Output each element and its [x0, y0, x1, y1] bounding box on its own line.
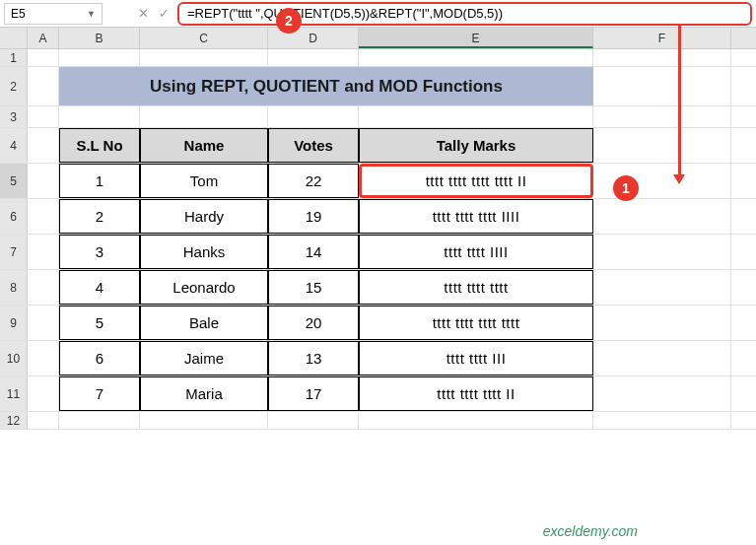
table-cell-votes[interactable]: 19: [268, 199, 359, 234]
table-cell-tally[interactable]: tttt tttt tttt II: [359, 376, 593, 411]
cell[interactable]: [28, 49, 59, 66]
cell[interactable]: [593, 67, 731, 105]
table-cell-votes[interactable]: 17: [268, 376, 359, 411]
cancel-icon[interactable]: ✕: [138, 6, 149, 21]
table-cell-votes[interactable]: 15: [268, 270, 359, 305]
table-cell-tally[interactable]: tttt tttt III: [359, 341, 593, 375]
cell[interactable]: [28, 270, 59, 305]
col-header-F[interactable]: F: [593, 28, 731, 48]
selected-cell-E5[interactable]: tttt tttt tttt tttt II: [359, 164, 593, 198]
chevron-down-icon[interactable]: ▼: [87, 9, 96, 19]
cell[interactable]: [593, 106, 731, 127]
cell[interactable]: [593, 270, 731, 305]
cell[interactable]: [268, 106, 359, 127]
cell[interactable]: [28, 306, 59, 340]
title-cell[interactable]: Using REPT, QUOTIENT and MOD Functions: [59, 67, 593, 105]
row-header-11[interactable]: 11: [0, 376, 28, 411]
row-header-12[interactable]: 12: [0, 412, 28, 429]
table-cell-name[interactable]: Hardy: [140, 199, 268, 234]
row-header-3[interactable]: 3: [0, 106, 28, 127]
table-cell-votes[interactable]: 22: [268, 164, 359, 198]
row-2: 2 Using REPT, QUOTIENT and MOD Functions: [0, 67, 756, 106]
table-cell-tally[interactable]: tttt tttt IIII: [359, 235, 593, 269]
cell[interactable]: [140, 106, 268, 127]
table-header-tally[interactable]: Tally Marks: [359, 128, 593, 163]
cell[interactable]: [359, 106, 593, 127]
name-box[interactable]: E5 ▼: [4, 3, 103, 25]
table-cell-sl[interactable]: 3: [59, 235, 140, 269]
table-cell-sl[interactable]: 6: [59, 341, 140, 375]
cell[interactable]: [593, 128, 731, 163]
row-header-1[interactable]: 1: [0, 49, 28, 66]
cell[interactable]: [59, 106, 140, 127]
table-cell-name[interactable]: Hanks: [140, 235, 268, 269]
table-cell-name[interactable]: Tom: [140, 164, 268, 198]
col-header-E[interactable]: E: [359, 28, 593, 48]
cell[interactable]: [593, 49, 731, 66]
table-cell-tally[interactable]: tttt tttt tttt: [359, 270, 593, 305]
col-header-B[interactable]: B: [59, 28, 140, 48]
table-cell-votes[interactable]: 14: [268, 235, 359, 269]
column-headers: A B C D E F: [0, 28, 756, 49]
cell[interactable]: [28, 376, 59, 411]
cell[interactable]: [28, 164, 59, 198]
cell[interactable]: [593, 412, 731, 429]
cell[interactable]: [28, 128, 59, 163]
row-header-6[interactable]: 6: [0, 199, 28, 234]
cell[interactable]: [593, 235, 731, 269]
cell[interactable]: [359, 412, 593, 429]
select-all-corner[interactable]: [0, 28, 28, 48]
table-cell-sl[interactable]: 7: [59, 376, 140, 411]
row-header-7[interactable]: 7: [0, 235, 28, 269]
row-header-2[interactable]: 2: [0, 67, 28, 105]
confirm-icon[interactable]: ✓: [159, 6, 170, 21]
row-header-4[interactable]: 4: [0, 128, 28, 163]
cell[interactable]: [268, 412, 359, 429]
cell[interactable]: [140, 412, 268, 429]
formula-input[interactable]: =REPT("tttt ",QUOTIENT(D5,5))&REPT("I",M…: [177, 2, 752, 26]
table-cell-name[interactable]: Bale: [140, 306, 268, 340]
table-cell-sl[interactable]: 5: [59, 306, 140, 340]
cell[interactable]: [59, 412, 140, 429]
col-header-A[interactable]: A: [28, 28, 59, 48]
cell[interactable]: [28, 199, 59, 234]
cell[interactable]: [593, 376, 731, 411]
table-cell-votes[interactable]: 13: [268, 341, 359, 375]
table-cell-sl[interactable]: 4: [59, 270, 140, 305]
cell[interactable]: [59, 49, 140, 66]
cell[interactable]: [28, 106, 59, 127]
cell[interactable]: [140, 49, 268, 66]
table-cell-votes[interactable]: 20: [268, 306, 359, 340]
table-cell-name[interactable]: Maria: [140, 376, 268, 411]
callout-badge-1: 1: [613, 175, 639, 201]
table-cell-name[interactable]: Jaime: [140, 341, 268, 375]
cell[interactable]: [593, 199, 731, 234]
cell[interactable]: [593, 306, 731, 340]
row-3: 3: [0, 106, 756, 128]
col-header-C[interactable]: C: [140, 28, 268, 48]
row-header-9[interactable]: 9: [0, 306, 28, 340]
table-cell-tally[interactable]: tttt tttt tttt tttt: [359, 306, 593, 340]
table-cell-sl[interactable]: 1: [59, 164, 140, 198]
table-header-votes[interactable]: Votes: [268, 128, 359, 163]
cell[interactable]: [28, 67, 59, 105]
row-header-8[interactable]: 8: [0, 270, 28, 305]
table-cell-sl[interactable]: 2: [59, 199, 140, 234]
row-header-10[interactable]: 10: [0, 341, 28, 375]
cell[interactable]: [593, 341, 731, 375]
table-cell-name[interactable]: Leonardo: [140, 270, 268, 305]
cell[interactable]: [28, 341, 59, 375]
row-12: 12: [0, 412, 756, 430]
cell[interactable]: [359, 49, 593, 66]
cell[interactable]: [28, 412, 59, 429]
cell[interactable]: [28, 235, 59, 269]
row-header-5[interactable]: 5: [0, 164, 28, 198]
table-header-name[interactable]: Name: [140, 128, 268, 163]
row-5: 5 1 Tom 22 tttt tttt tttt tttt II: [0, 164, 756, 199]
cell[interactable]: [268, 49, 359, 66]
table-header-sl[interactable]: S.L No: [59, 128, 140, 163]
row-6: 6 2 Hardy 19 tttt tttt tttt IIII: [0, 199, 756, 235]
table-cell-tally[interactable]: tttt tttt tttt IIII: [359, 199, 593, 234]
row-8: 8 4 Leonardo 15 tttt tttt tttt: [0, 270, 756, 306]
callout-badge-2: 2: [276, 8, 302, 34]
